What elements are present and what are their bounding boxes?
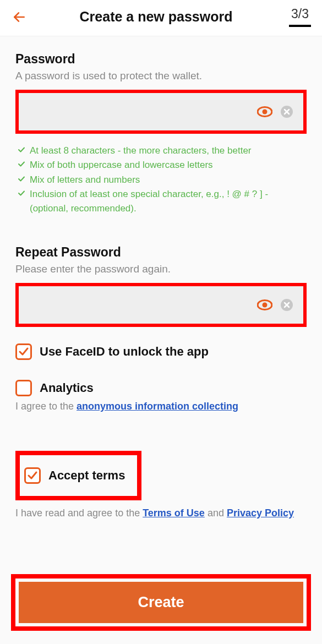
terms-and: and	[205, 507, 227, 519]
analytics-agree-line: I agree to the anonymous information col…	[15, 401, 307, 412]
create-highlight: Create	[11, 574, 311, 631]
check-icon	[18, 175, 25, 183]
back-button[interactable]	[11, 9, 28, 25]
repeat-desc: Please enter the password again.	[15, 263, 307, 275]
analytics-checkbox[interactable]	[15, 380, 32, 396]
svg-point-5	[263, 302, 268, 307]
rule-text: Mix of letters and numbers	[30, 173, 140, 187]
rule-text: At least 8 characters - the more charact…	[30, 144, 252, 158]
faceid-row: Use FaceID to unlock the app	[15, 343, 307, 360]
content: Password A password is used to protect t…	[0, 36, 322, 520]
analytics-agree-prefix: I agree to the	[15, 401, 77, 412]
faceid-checkbox[interactable]	[15, 343, 32, 360]
terms-row: Accept terms	[24, 467, 125, 484]
repeat-label: Repeat Password	[15, 245, 307, 260]
password-input-wrap	[19, 93, 303, 130]
eye-icon[interactable]	[257, 106, 272, 117]
terms-agree-prefix: I have read and agree to the	[15, 507, 143, 519]
rule-text: Mix of both uppercase and lowercase lett…	[30, 158, 213, 172]
check-icon	[18, 189, 25, 197]
step-indicator: 3/3	[289, 7, 311, 27]
password-input[interactable]	[29, 106, 249, 118]
check-icon	[18, 346, 29, 357]
repeat-input-wrap	[19, 286, 303, 324]
clear-icon[interactable]	[280, 298, 293, 312]
password-desc: A password is used to protect the wallet…	[15, 70, 307, 82]
header: Create a new password 3/3	[0, 0, 322, 36]
repeat-highlight	[15, 283, 307, 327]
terms-checkbox[interactable]	[24, 467, 41, 484]
check-icon	[27, 470, 38, 481]
password-highlight	[15, 90, 307, 134]
terms-agree-line: I have read and agree to the Terms of Us…	[15, 507, 307, 520]
clear-icon[interactable]	[280, 105, 293, 118]
password-rules: At least 8 characters - the more charact…	[18, 144, 307, 216]
rule-item: Mix of letters and numbers	[18, 173, 307, 187]
faceid-label: Use FaceID to unlock the app	[40, 345, 209, 359]
rule-text: Inclusion of at least one special charac…	[30, 187, 307, 216]
terms-of-use-link[interactable]: Terms of Use	[143, 507, 205, 519]
create-button[interactable]: Create	[19, 582, 303, 623]
arrow-left-icon	[12, 10, 26, 24]
analytics-label: Analytics	[40, 381, 94, 395]
terms-highlight: Accept terms	[15, 451, 141, 500]
check-icon	[18, 146, 25, 154]
terms-label: Accept terms	[48, 468, 125, 483]
analytics-link[interactable]: anonymous information collecting	[77, 401, 238, 412]
check-icon	[18, 160, 25, 168]
privacy-policy-link[interactable]: Privacy Policy	[227, 507, 294, 519]
repeat-input[interactable]	[29, 299, 249, 310]
rule-item: Mix of both uppercase and lowercase lett…	[18, 158, 307, 172]
analytics-row: Analytics	[15, 380, 307, 396]
svg-point-2	[263, 110, 268, 114]
page-title: Create a new password	[28, 9, 285, 25]
rule-item: Inclusion of at least one special charac…	[18, 187, 307, 216]
eye-icon[interactable]	[257, 299, 272, 310]
password-label: Password	[15, 52, 307, 67]
rule-item: At least 8 characters - the more charact…	[18, 144, 307, 158]
